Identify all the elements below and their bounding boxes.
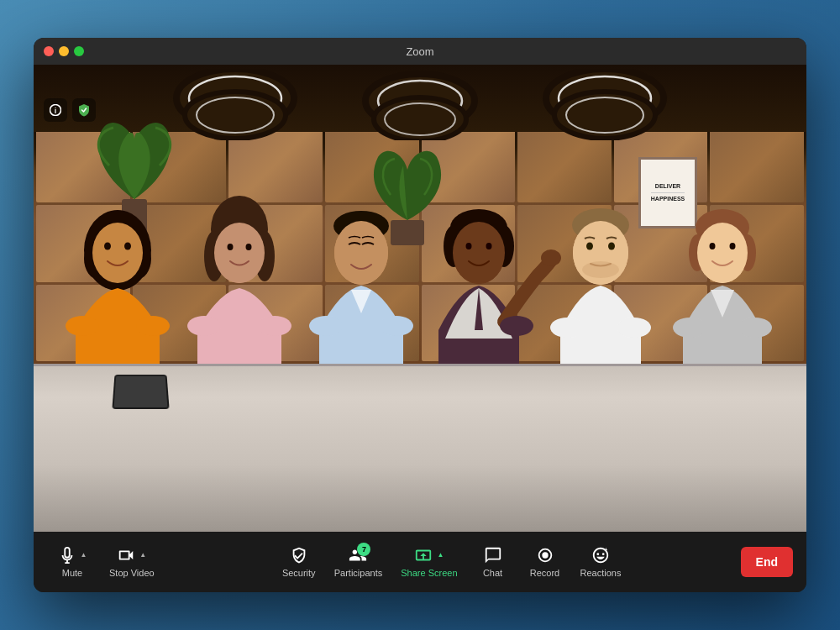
window-title: Zoom [406, 45, 433, 58]
svg-point-65 [550, 318, 584, 338]
svg-point-40 [214, 223, 265, 283]
meeting-background: DELIVER HAPPINESS [34, 65, 806, 532]
info-icon-button[interactable]: i [44, 98, 67, 122]
svg-point-80 [602, 553, 605, 555]
record-label: Record [530, 568, 559, 578]
participants-badge: 7 [357, 543, 370, 556]
svg-point-56 [486, 243, 492, 249]
stop-video-label: Stop Video [109, 568, 155, 578]
stop-video-icon: ▲ [117, 546, 146, 564]
chat-label: Chat [483, 568, 502, 578]
toolbar-center-group: Security 7 Participants [274, 541, 630, 583]
svg-point-58 [500, 316, 533, 336]
video-area: i [34, 65, 806, 532]
svg-point-35 [136, 316, 170, 336]
toolbar-left-group: ▲ Mute ▲ Stop Video [47, 541, 163, 583]
participants-icon-wrap: 7 [349, 546, 367, 564]
svg-point-44 [258, 316, 291, 336]
svg-point-31 [92, 223, 143, 283]
mute-caret: ▲ [81, 552, 87, 559]
svg-point-48 [309, 316, 343, 336]
reactions-icon: + [591, 546, 610, 564]
svg-point-76 [738, 318, 772, 338]
security-shield-icon[interactable] [72, 98, 96, 122]
svg-point-64 [608, 243, 615, 250]
info-bar: i [34, 92, 106, 129]
svg-text:+: + [605, 547, 608, 553]
svg-point-33 [124, 243, 131, 250]
svg-point-49 [380, 316, 413, 336]
svg-point-72 [697, 223, 748, 283]
svg-point-74 [730, 243, 736, 249]
end-button[interactable]: End [741, 547, 793, 577]
minimize-button[interactable] [59, 46, 69, 56]
svg-point-63 [586, 243, 593, 250]
mute-button[interactable]: ▲ Mute [47, 541, 97, 583]
video-fade [34, 465, 806, 532]
svg-point-55 [466, 243, 472, 249]
chat-button[interactable]: Chat [468, 541, 518, 583]
svg-point-66 [617, 318, 651, 338]
svg-point-32 [104, 243, 111, 250]
fullscreen-button[interactable] [74, 46, 84, 56]
record-button[interactable]: Record [520, 541, 570, 583]
security-button[interactable]: Security [274, 541, 324, 583]
share-screen-caret: ▲ [437, 552, 444, 559]
mute-label: Mute [62, 568, 82, 578]
close-button[interactable] [44, 46, 54, 56]
stop-video-button[interactable]: ▲ Stop Video [101, 541, 163, 583]
title-bar: Zoom [34, 38, 806, 65]
svg-point-78 [542, 552, 548, 558]
svg-point-47 [334, 221, 388, 285]
reactions-button[interactable]: + Reactions [572, 541, 630, 583]
zoom-window: Zoom i [34, 38, 806, 592]
svg-point-43 [187, 316, 221, 336]
svg-point-79 [596, 553, 599, 555]
stop-video-caret: ▲ [139, 552, 146, 559]
share-screen-button[interactable]: ▲ Share Screen [392, 541, 465, 583]
participants-label: Participants [334, 568, 382, 578]
toolbar: ▲ Mute ▲ Stop Video [34, 532, 806, 592]
share-screen-icon: ▲ [414, 546, 444, 564]
security-label: Security [282, 568, 316, 578]
svg-point-54 [453, 222, 505, 284]
svg-point-57 [541, 249, 561, 266]
svg-point-62 [582, 261, 619, 278]
svg-point-41 [228, 244, 234, 250]
chat-icon [484, 546, 502, 564]
svg-point-73 [710, 243, 716, 249]
reactions-label: Reactions [580, 568, 622, 578]
toolbar-right-group: End [741, 547, 793, 577]
svg-point-42 [246, 244, 252, 250]
participants-button[interactable]: 7 Participants [326, 541, 391, 583]
mute-icon: ▲ [58, 546, 87, 564]
svg-text:i: i [55, 107, 57, 115]
svg-point-75 [673, 318, 706, 338]
tablet-device [112, 375, 169, 409]
share-screen-label: Share Screen [401, 568, 457, 578]
record-icon [536, 546, 554, 564]
traffic-lights [44, 46, 84, 56]
svg-point-34 [66, 316, 99, 336]
security-toolbar-icon [290, 546, 308, 564]
